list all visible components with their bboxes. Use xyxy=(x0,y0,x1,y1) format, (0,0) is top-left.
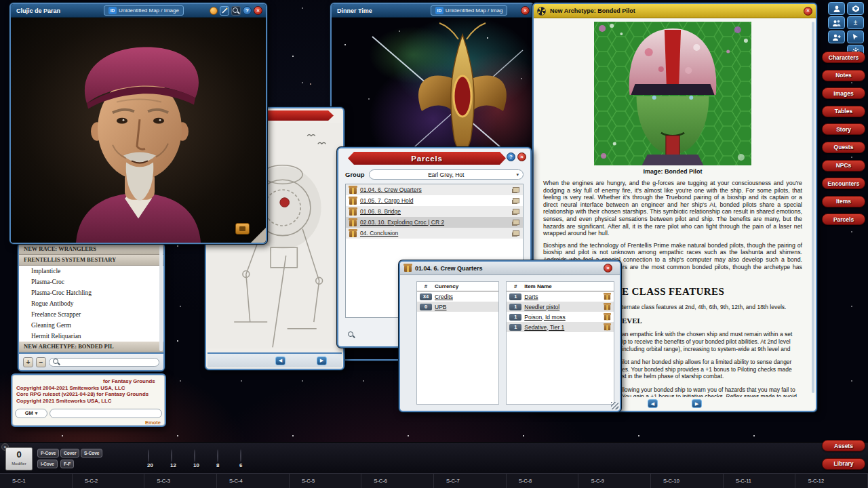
parcel-row[interactable]: 04. Conclusion xyxy=(346,228,523,239)
chat-input[interactable] xyxy=(50,409,162,418)
hotkey-slot[interactable]: S-C-2 xyxy=(73,474,145,488)
hotkey-slot[interactable]: S-C-8 xyxy=(507,474,579,488)
list-item[interactable]: Plasma-Croc xyxy=(19,277,163,287)
zoom-in-button[interactable]: + xyxy=(23,357,33,367)
toggle-cover[interactable]: Cover xyxy=(60,449,79,458)
die-d10[interactable]: 10 xyxy=(194,450,211,467)
die-d12[interactable]: 12 xyxy=(171,450,188,467)
item-link-icon[interactable] xyxy=(604,305,610,310)
item-row[interactable]: 1 Needler pistol xyxy=(507,302,614,312)
item-link-icon[interactable] xyxy=(604,315,610,321)
list-item[interactable]: Gleaning Germ xyxy=(19,320,163,331)
tab-unidentified-image[interactable]: ID Unidentified Map / Imag xyxy=(431,5,508,16)
token-button[interactable] xyxy=(235,223,250,235)
die-d8[interactable]: 8 xyxy=(217,450,234,467)
currency-name[interactable]: UPB xyxy=(435,304,446,310)
dinner-time-titlebar[interactable]: Dinner Time ID Unidentified Map / Imag × xyxy=(332,4,533,18)
parcel-icon[interactable] xyxy=(349,199,357,205)
item-qty[interactable]: 1 xyxy=(509,304,521,310)
scrollbar[interactable] xyxy=(159,245,163,351)
emote-mode-label[interactable]: Emote xyxy=(145,420,161,426)
sidebar-button-items[interactable]: Items xyxy=(822,196,865,207)
sidebar-button-quests[interactable]: Quests xyxy=(822,142,865,153)
die-d20[interactable]: 20 xyxy=(148,450,165,467)
close-icon[interactable]: × xyxy=(254,6,262,15)
characters-icon[interactable] xyxy=(828,2,845,15)
parcels-banner[interactable]: Parcels xyxy=(348,152,506,165)
modifiers-icon[interactable]: ± xyxy=(847,16,864,29)
list-header[interactable]: NEW RACE: WRANGLERS xyxy=(19,244,163,255)
list-item[interactable]: Freelance Scrapper xyxy=(19,309,163,320)
close-icon[interactable]: × xyxy=(517,152,526,161)
share-icon[interactable] xyxy=(513,220,519,225)
parcel-detail-titlebar[interactable]: 01.04. 6. Crew Quarters × xyxy=(400,262,620,275)
parcel-icon[interactable] xyxy=(349,188,357,194)
share-icon[interactable] xyxy=(513,209,519,214)
sidebar-button-tables[interactable]: Tables xyxy=(822,106,865,117)
list-item[interactable]: Implanticle xyxy=(19,266,163,277)
next-page-button[interactable]: ▶ xyxy=(317,357,327,365)
share-icon[interactable] xyxy=(513,187,519,192)
next-page-button[interactable]: ▶ xyxy=(692,399,702,408)
currency-name[interactable]: Credits xyxy=(435,293,453,300)
parcel-icon[interactable] xyxy=(349,231,357,237)
sidebar-button-notes[interactable]: Notes xyxy=(822,70,865,81)
modifier-box[interactable]: 0 Modifier xyxy=(5,447,33,470)
sidebar-button-library[interactable]: Library xyxy=(822,458,865,470)
pointer-icon[interactable] xyxy=(847,30,864,43)
sidebar-button-parcels[interactable]: Parcels xyxy=(822,214,865,225)
list-item[interactable]: Plasma-Croc Hatchling xyxy=(19,287,163,298)
portrait-titlebar[interactable]: Clujic de Paran ID Unidentified Map / Im… xyxy=(11,4,266,18)
toggle-i-cover[interactable]: I-Cove xyxy=(37,460,58,468)
parcel-row[interactable]: 01.06. 8. Bridge xyxy=(346,206,523,217)
close-icon[interactable]: × xyxy=(804,7,812,16)
prev-page-button[interactable]: ◀ xyxy=(275,357,285,365)
sidebar-button-story[interactable]: Story xyxy=(822,123,865,135)
close-icon[interactable]: × xyxy=(521,6,530,15)
resize-corner[interactable] xyxy=(251,228,266,243)
parcel-icon[interactable] xyxy=(349,220,357,226)
item-qty[interactable]: 1 xyxy=(509,314,521,321)
currency-row[interactable]: 34 Credits xyxy=(417,291,498,302)
hotkey-slot[interactable]: S-C-3 xyxy=(144,474,217,488)
search-input[interactable] xyxy=(62,359,155,365)
sidebar-button-encounters[interactable]: Encounters xyxy=(822,178,865,189)
prev-page-button[interactable]: ◀ xyxy=(648,399,658,408)
speaker-select[interactable]: GM ▾ xyxy=(15,409,47,418)
parcel-row[interactable]: 01.04. 6. Crew Quarters xyxy=(346,184,523,195)
currency-qty[interactable]: 0 xyxy=(420,304,432,310)
dice-icon[interactable] xyxy=(847,2,864,15)
currency-qty[interactable]: 34 xyxy=(420,293,432,300)
add-character-icon[interactable] xyxy=(828,30,845,43)
item-name[interactable]: Needler pistol xyxy=(524,304,559,310)
hotkey-slot[interactable]: S-C-9 xyxy=(578,474,651,488)
toggle-s-cover[interactable]: S-Cove xyxy=(81,449,102,458)
item-qty[interactable]: 1 xyxy=(509,324,521,331)
item-qty[interactable]: 1 xyxy=(509,293,521,300)
hotkey-slot[interactable]: S-C-1 xyxy=(0,474,73,488)
zoom-icon[interactable] xyxy=(231,6,241,16)
hotkey-slot[interactable]: S-C-12 xyxy=(795,474,868,488)
list-header[interactable]: FRENTELLIS SYSTEM BESTIARY xyxy=(19,255,163,266)
list-item[interactable]: Rogue Antibody xyxy=(19,298,163,309)
item-name[interactable]: Darts xyxy=(524,293,538,300)
share-icon[interactable] xyxy=(513,230,519,236)
group-select[interactable]: Earl Grey, Hot ▾ xyxy=(369,169,524,180)
sidebar-button-characters[interactable]: Characters xyxy=(822,52,865,63)
close-icon[interactable]: × xyxy=(604,264,612,272)
sidebar-button-assets[interactable]: Assets xyxy=(822,440,865,451)
hotkey-slot[interactable]: S-C-7 xyxy=(434,474,507,488)
search-field[interactable] xyxy=(49,358,159,367)
die-d6[interactable]: 6 xyxy=(240,450,257,467)
item-name[interactable]: Sedative, Tier 1 xyxy=(524,324,564,331)
item-link-icon[interactable] xyxy=(604,325,610,331)
emote-icon[interactable] xyxy=(210,7,218,15)
item-row[interactable]: 1 Darts xyxy=(507,291,614,302)
list-item[interactable]: Hermit Reliquarian xyxy=(19,331,163,342)
hotkey-slot[interactable]: S-C-11 xyxy=(724,474,796,488)
item-row[interactable]: 1 Poison, Id moss xyxy=(507,312,614,322)
hotkey-slot[interactable]: S-C-5 xyxy=(290,474,362,488)
share-icon[interactable] xyxy=(513,198,519,203)
party-icon[interactable] xyxy=(828,16,845,29)
story-titlebar[interactable]: New Archetype: Bonded Pilot × xyxy=(534,4,816,18)
